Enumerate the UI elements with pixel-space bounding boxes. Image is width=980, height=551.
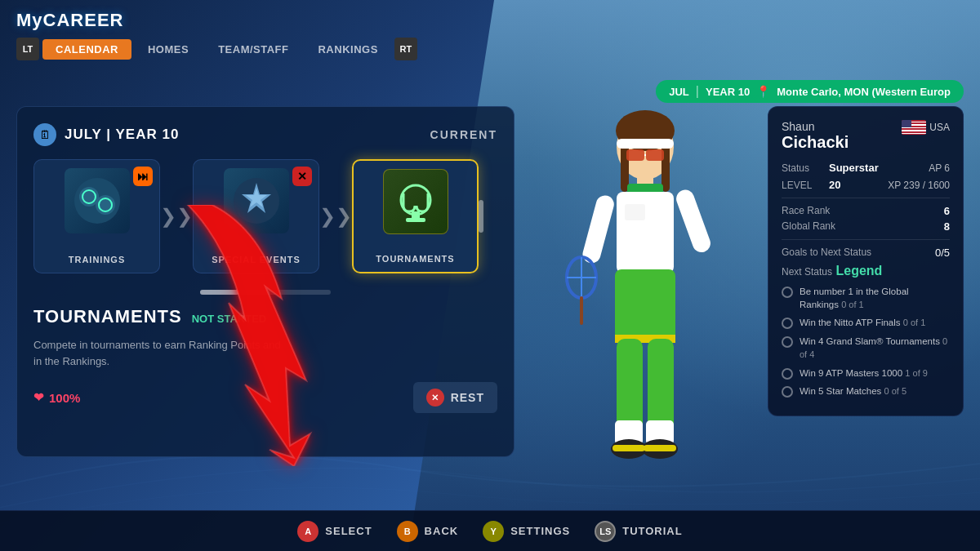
tournament-title: TOURNAMENTS — [33, 306, 182, 327]
location-city: Monte Carlo, MON (Western Europ — [777, 86, 951, 98]
global-rank-row: Global Rank 8 — [782, 220, 950, 233]
special-events-icon — [224, 168, 289, 233]
y-button[interactable]: Y — [483, 521, 504, 542]
tab-calendar[interactable]: CALENDAR — [42, 39, 131, 60]
rest-btn-icon: ✕ — [426, 389, 444, 407]
goal-item-3: Win 4 Grand Slam® Tournaments 0 of 4 — [782, 335, 950, 362]
rest-button[interactable]: ✕ REST — [413, 382, 497, 413]
next-status-label: Next Status — [782, 266, 832, 278]
activity-cards: ⏭ TRAININGS ❯❯ ✕ SPECIAL EVENTS ❯❯ — [33, 159, 497, 273]
scroll-indicator — [479, 200, 483, 233]
svg-rect-6 — [646, 149, 664, 161]
energy-display: ❤ 100% — [33, 390, 80, 405]
usa-flag-icon — [902, 120, 926, 135]
player-name-area: Shaun Cichacki USA — [782, 120, 950, 152]
settings-label: SETTINGS — [510, 525, 570, 537]
progress-row — [33, 290, 497, 295]
tournaments-card[interactable]: TOURNAMENTS — [352, 159, 479, 273]
top-navigation: MyCAREER LT CALENDAR HOMES TEAM/STAFF RA… — [0, 0, 980, 82]
top-left-nav: MyCAREER LT CALENDAR HOMES TEAM/STAFF RA… — [16, 10, 417, 60]
goal-circle-1 — [782, 287, 793, 298]
svg-rect-17 — [580, 296, 583, 325]
calendar-panel: 🗓 JULY | YEAR 10 CURRENT ⏭ TRAININGS ❯❯ — [16, 106, 514, 457]
back-label: BACK — [425, 525, 459, 537]
calendar-icon: 🗓 — [33, 123, 56, 146]
panel-status: CURRENT — [430, 128, 497, 141]
location-month: JUL — [669, 86, 689, 98]
global-rank-label: Global Rank — [782, 220, 835, 233]
action-back: B BACK — [397, 521, 459, 542]
ls-button[interactable]: LS — [595, 521, 616, 542]
svg-rect-12 — [674, 187, 713, 255]
goal-text-4: Win 9 ATP Masters 1000 1 of 9 — [800, 367, 928, 380]
action-settings: Y SETTINGS — [483, 521, 570, 542]
level-value: 20 — [829, 179, 840, 191]
goals-section: Goals to Next Status 0/5 Next Status Leg… — [782, 247, 950, 398]
stats-panel: Shaun Cichacki USA Status Superstar AP 6… — [768, 106, 964, 416]
progress-fill — [200, 290, 239, 295]
action-select: A SELECT — [297, 521, 372, 542]
special-events-card[interactable]: ✕ SPECIAL EVENTS — [193, 159, 319, 273]
panel-header: 🗓 JULY | YEAR 10 CURRENT — [33, 123, 497, 146]
location-bar: JUL | YEAR 10 📍 Monte Carlo, MON (Wester… — [656, 80, 964, 103]
svg-rect-35 — [412, 211, 420, 218]
svg-rect-27 — [644, 445, 676, 451]
rt-button[interactable]: RT — [394, 38, 417, 60]
goal-text-5: Win 5 Star Matches 0 of 5 — [800, 384, 906, 398]
action-tutorial: LS TUTORIAL — [595, 521, 682, 542]
b-button[interactable]: B — [397, 521, 418, 542]
level-row: LEVEL 20 XP 239 / 1600 — [782, 179, 950, 191]
lt-button[interactable]: LT — [16, 38, 39, 60]
tab-rankings[interactable]: RANKINGS — [305, 39, 390, 60]
bottom-bar: A SELECT B BACK Y SETTINGS LS TUTORIAL — [0, 510, 980, 551]
trainings-icon — [65, 168, 130, 233]
energy-value: 100% — [49, 391, 80, 405]
nav-tabs: LT CALENDAR HOMES TEAM/STAFF RANKINGS RT — [16, 38, 417, 60]
a-button[interactable]: A — [297, 521, 318, 542]
global-rank-value: 8 — [944, 220, 950, 233]
svg-rect-36 — [406, 218, 425, 222]
tournament-status: NOT STARTED — [192, 313, 266, 325]
player-last-name: Cichacki — [782, 133, 849, 152]
tournament-actions: ❤ 100% ✕ REST — [33, 382, 497, 413]
goals-to-next-value: 0/5 — [935, 247, 950, 259]
svg-rect-13 — [581, 193, 616, 265]
location-year: YEAR 10 — [706, 86, 750, 98]
goal-item-5: Win 5 Star Matches 0 of 5 — [782, 384, 950, 398]
goal-circle-3 — [782, 336, 793, 348]
goal-item-4: Win 9 ATP Masters 1000 1 of 9 — [782, 367, 950, 380]
player-first-name: Shaun — [782, 120, 849, 133]
svg-rect-5 — [626, 149, 644, 161]
player-character — [523, 86, 768, 510]
race-rank-value: 6 — [944, 205, 950, 217]
svg-rect-4 — [617, 139, 674, 149]
level-label: LEVEL — [782, 180, 822, 191]
player-name: Shaun Cichacki — [782, 120, 849, 152]
special-events-label: SPECIAL EVENTS — [212, 255, 301, 264]
goal-circle-2 — [782, 318, 793, 329]
country-label: USA — [929, 122, 950, 133]
goal-item-1: Be number 1 in the Global Rankings 0 of … — [782, 285, 950, 311]
heart-icon: ❤ — [33, 390, 44, 405]
page-title: MyCAREER — [16, 10, 417, 31]
svg-rect-18 — [615, 269, 675, 343]
rest-label: REST — [451, 391, 484, 404]
trainings-card[interactable]: ⏭ TRAININGS — [33, 159, 160, 273]
goals-to-next-label: Goals to Next Status — [782, 247, 871, 259]
trainings-label: TRAININGS — [69, 255, 126, 264]
goal-item-2: Win the Nitto ATP Finals 0 of 1 — [782, 316, 950, 329]
tutorial-label: TUTORIAL — [622, 525, 682, 537]
tab-homes[interactable]: HOMES — [135, 39, 202, 60]
tournaments-label: TOURNAMENTS — [376, 254, 454, 264]
tournament-info: TOURNAMENTS NOT STARTED Compete in tourn… — [33, 306, 497, 413]
goal-text-3: Win 4 Grand Slam® Tournaments 0 of 4 — [800, 335, 950, 362]
goal-text-2: Win the Nitto ATP Finals 0 of 1 — [800, 316, 925, 329]
xp-display: XP 239 / 1600 — [888, 180, 950, 191]
location-pin-icon: 📍 — [756, 85, 770, 98]
goal-circle-5 — [782, 386, 793, 398]
svg-rect-26 — [612, 445, 645, 451]
tournament-description: Compete in tournaments to earn Ranking P… — [33, 337, 360, 369]
svg-rect-11 — [625, 204, 645, 220]
tab-team-staff[interactable]: TEAM/STAFF — [205, 39, 301, 60]
race-rank-label: Race Rank — [782, 205, 830, 217]
